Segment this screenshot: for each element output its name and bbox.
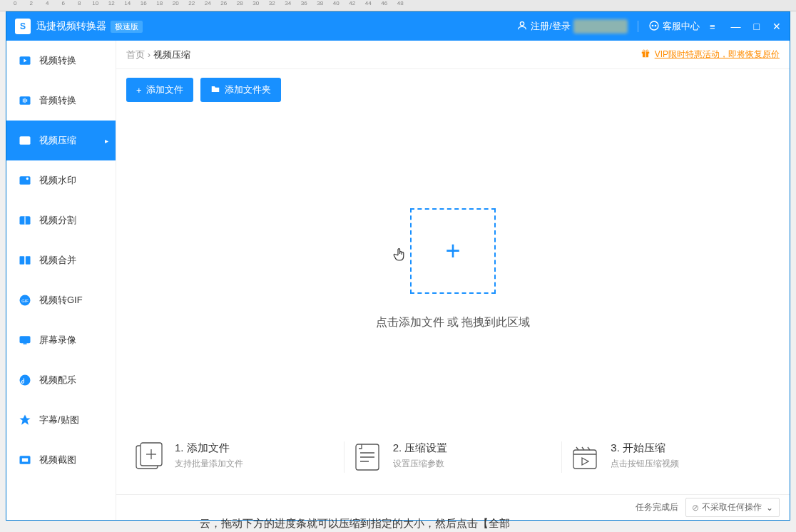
svg-point-18 (20, 375, 31, 386)
step-title: 3. 开始压缩 (611, 441, 679, 455)
svg-rect-8 (20, 176, 31, 185)
svg-rect-13 (26, 256, 31, 265)
ruler: 0246810121416182022242628303234363840424… (0, 0, 796, 11)
step-2-icon (352, 441, 383, 473)
svg-point-1 (650, 21, 658, 30)
svg-rect-12 (20, 256, 25, 265)
sidebar-item-label: 字幕/贴图 (39, 414, 79, 426)
truncated-external-text: 云，拖动下方的进度条就可以压缩到指定的大小，然后点击【全部 (200, 517, 510, 531)
sidebar-item-video-watermark[interactable]: 视频水印 (6, 160, 116, 200)
add-file-label: 添加文件 (146, 83, 183, 96)
main-area: 首页 › 视频压缩 VIP限时特惠活动，即将恢复原价 + 添加文件 (116, 41, 790, 520)
after-task-label: 任务完成后 (636, 501, 678, 513)
footer-bar: 任务完成后 ⊘ 不采取任何操作 ⌄ (116, 494, 790, 520)
video-gif-icon: GIF (18, 293, 32, 307)
drop-zone[interactable]: + (410, 208, 496, 294)
video-split-icon (18, 213, 32, 227)
sidebar-item-subtitle[interactable]: 字幕/贴图 (6, 400, 116, 440)
sidebar-item-label: 视频水印 (39, 174, 76, 187)
sidebar-item-video-merge[interactable]: 视频合并 (6, 240, 116, 280)
prohibit-icon: ⊘ (692, 503, 699, 513)
cursor-hand-icon (393, 247, 406, 265)
chevron-down-icon: ⌄ (766, 503, 773, 513)
svg-rect-17 (24, 343, 27, 344)
breadcrumb: 首页 › 视频压缩 (126, 48, 190, 61)
sidebar-item-video-split[interactable]: 视频分割 (6, 200, 116, 240)
svg-point-26 (646, 50, 648, 52)
after-task-value: 不采取任何操作 (702, 501, 762, 513)
svg-rect-7 (20, 136, 31, 145)
svg-point-2 (652, 25, 653, 26)
sidebar-item-video-screenshot[interactable]: 视频截图 (6, 440, 116, 480)
folder-icon (210, 84, 220, 96)
breadcrumb-separator: › (148, 49, 150, 60)
svg-point-3 (655, 25, 655, 26)
video-music-icon (18, 373, 32, 387)
breadcrumb-bar: 首页 › 视频压缩 VIP限时特惠活动，即将恢复原价 (116, 41, 790, 69)
sidebar: 视频转换 音频转换 视频压缩 视频水印 视频分割 视频合并 GIF 视频转GIF (6, 41, 116, 520)
svg-text:GIF: GIF (21, 299, 29, 303)
step-title: 2. 压缩设置 (393, 441, 448, 455)
sidebar-item-label: 视频分割 (39, 214, 76, 227)
video-screenshot-icon (18, 453, 32, 467)
customer-service-label: 客服中心 (663, 20, 700, 33)
sidebar-item-label: 视频合并 (39, 254, 76, 267)
app-logo-icon: S (15, 19, 31, 34)
toolbar: + 添加文件 添加文件夹 (116, 69, 790, 111)
step-2: 2. 压缩设置 设置压缩参数 (345, 441, 563, 473)
svg-point-25 (643, 50, 645, 52)
svg-rect-24 (645, 52, 646, 58)
steps-row: 1. 添加文件 支持批量添加文件 2. 压缩设置 设置压缩参数 3. 开始压缩 … (116, 427, 790, 494)
add-folder-label: 添加文件夹 (225, 83, 271, 96)
maximize-button[interactable]: □ (754, 21, 760, 32)
video-watermark-icon (18, 173, 32, 188)
video-convert-icon (18, 53, 32, 68)
drop-hint: 点击添加文件 或 拖拽到此区域 (376, 315, 531, 330)
vip-status-blur (573, 19, 628, 34)
minimize-button[interactable]: — (731, 21, 741, 32)
sidebar-item-label: 视频截图 (39, 454, 76, 466)
sidebar-item-video-compress[interactable]: 视频压缩 (6, 121, 116, 160)
sidebar-item-label: 音频转换 (39, 94, 76, 107)
gift-icon (641, 48, 650, 61)
sidebar-item-screen-record[interactable]: 屏幕录像 (6, 320, 116, 360)
menu-button[interactable]: ≡ (710, 21, 715, 32)
add-file-button[interactable]: + 添加文件 (126, 78, 193, 102)
step-desc: 点击按钮压缩视频 (611, 458, 679, 470)
menu-icon: ≡ (710, 21, 715, 32)
sidebar-item-label: 视频转换 (39, 54, 76, 67)
sidebar-item-label: 屏幕录像 (39, 334, 76, 347)
breadcrumb-home[interactable]: 首页 (126, 49, 145, 60)
sidebar-item-video-convert[interactable]: 视频转换 (6, 41, 116, 81)
audio-convert-icon (18, 93, 32, 108)
sidebar-item-video-music[interactable]: 视频配乐 (6, 360, 116, 400)
titlebar: S 迅捷视频转换器 极速版 注册/登录 客服中心 ≡ (6, 12, 790, 41)
step-desc: 设置压缩参数 (393, 458, 448, 470)
plus-icon: + (136, 85, 142, 96)
step-3-icon (569, 441, 601, 473)
separator (638, 21, 638, 32)
sidebar-item-video-gif[interactable]: GIF 视频转GIF (6, 280, 116, 320)
step-3: 3. 开始压缩 点击按钮压缩视频 (562, 441, 780, 473)
app-title: 迅捷视频转换器 (36, 20, 106, 33)
sidebar-item-label: 视频压缩 (39, 134, 76, 147)
drop-plus-icon: + (445, 236, 460, 266)
video-compress-icon (18, 133, 32, 148)
user-icon (516, 20, 528, 34)
sidebar-item-label: 视频转GIF (39, 294, 83, 307)
svg-rect-21 (22, 459, 28, 462)
promo-banner[interactable]: VIP限时特惠活动，即将恢复原价 (641, 48, 780, 61)
close-button[interactable]: ✕ (772, 21, 781, 32)
register-login-link[interactable]: 注册/登录 (516, 19, 628, 34)
step-desc: 支持批量添加文件 (175, 458, 243, 470)
app-window: S 迅捷视频转换器 极速版 注册/登录 客服中心 ≡ (6, 11, 790, 521)
add-folder-button[interactable]: 添加文件夹 (200, 78, 281, 102)
svg-marker-19 (20, 415, 31, 425)
sidebar-item-audio-convert[interactable]: 音频转换 (6, 81, 116, 121)
screen-record-icon (18, 333, 32, 347)
step-title: 1. 添加文件 (175, 441, 243, 455)
promo-link[interactable]: VIP限时特惠活动，即将恢复原价 (655, 48, 780, 61)
svg-point-9 (26, 178, 29, 180)
after-task-select[interactable]: ⊘ 不采取任何操作 ⌄ (685, 498, 780, 517)
customer-service-link[interactable]: 客服中心 (648, 20, 700, 34)
